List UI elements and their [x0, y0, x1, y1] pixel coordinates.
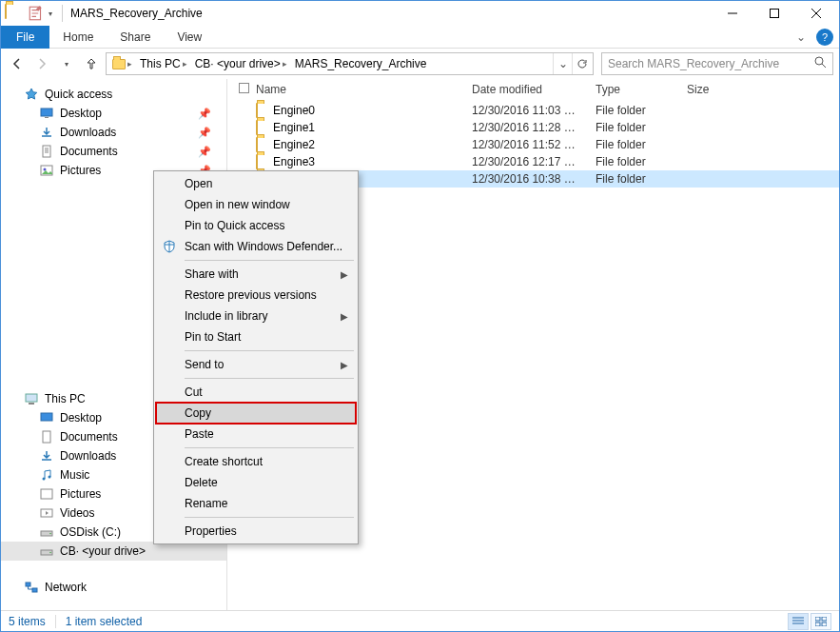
column-checkbox[interactable]	[239, 83, 256, 96]
context-menu-pin-to-start[interactable]: Pin to Start	[156, 326, 356, 347]
svg-point-13	[49, 476, 51, 479]
sidebar-item-downloads[interactable]: Downloads📌	[1, 123, 226, 142]
title-bar: ▾ MARS_Recovery_Archive	[1, 1, 839, 26]
search-icon[interactable]	[814, 56, 827, 71]
tab-share[interactable]: Share	[107, 26, 164, 49]
forward-button[interactable]	[31, 53, 52, 74]
context-menu-pin-to-quick-access[interactable]: Pin to Quick access	[156, 215, 356, 236]
pin-icon: 📌	[198, 127, 211, 139]
sidebar-pc-yourdrive[interactable]: CB· <your drive>	[1, 542, 226, 561]
column-type[interactable]: Type	[596, 83, 687, 96]
svg-rect-20	[26, 583, 30, 586]
context-menu-open[interactable]: Open	[156, 173, 356, 194]
context-menu-label: Open	[185, 177, 212, 190]
address-bar[interactable]: ▸ This PC ▸ CB· <your drive> ▸ MARS_Reco…	[106, 52, 594, 75]
column-headers[interactable]: Name Date modified Type Size	[227, 79, 839, 100]
column-name[interactable]: Name	[256, 83, 472, 96]
ribbon-expand-icon[interactable]: ⌄	[791, 30, 811, 44]
context-menu-label: Create shortcut	[185, 455, 263, 468]
status-item-count: 5 items	[9, 615, 46, 628]
folder-icon	[256, 121, 273, 134]
svg-rect-8	[26, 394, 37, 402]
svg-rect-24	[815, 617, 820, 621]
context-menu-label: Send to	[185, 358, 224, 371]
star-icon	[24, 87, 39, 102]
submenu-arrow-icon: ▶	[341, 311, 348, 322]
drive-icon	[39, 524, 54, 540]
documents-icon	[39, 144, 54, 159]
breadcrumb-root-icon[interactable]: ▸	[108, 59, 136, 69]
context-menu-label: Pin to Start	[185, 330, 241, 344]
context-menu-label: Scan with Windows Defender...	[185, 240, 342, 253]
back-button[interactable]	[7, 53, 28, 74]
file-row[interactable]: Engine112/30/2016 11:28 …File folder	[227, 119, 839, 136]
sidebar-item-desktop[interactable]: Desktop📌	[1, 104, 226, 123]
breadcrumb-item-1[interactable]: CB· <your drive> ▸	[191, 57, 291, 70]
breadcrumb-item-2[interactable]: MARS_Recovery_Archive	[291, 57, 431, 70]
file-row[interactable]: Engine312/30/2016 12:17 …File folder	[227, 153, 839, 170]
folder-icon	[5, 5, 22, 22]
context-menu-separator	[185, 260, 354, 261]
context-menu-label: Include in library	[185, 309, 267, 323]
context-menu-label: Pin to Quick access	[185, 219, 284, 232]
videos-icon	[39, 505, 54, 521]
tab-home[interactable]: Home	[49, 26, 107, 49]
refresh-icon[interactable]	[572, 53, 591, 74]
ribbon-tabs: File Home Share View ⌄ ?	[1, 26, 839, 49]
large-icons-view-button[interactable]	[811, 613, 831, 630]
properties-qat-icon[interactable]	[28, 5, 45, 22]
address-dropdown-icon[interactable]: ⌄	[553, 53, 572, 74]
svg-rect-3	[41, 109, 52, 116]
context-menu-restore-previous-versions[interactable]: Restore previous versions	[156, 285, 356, 306]
svg-point-12	[43, 478, 46, 481]
context-menu-send-to[interactable]: Send to▶	[156, 354, 356, 375]
breadcrumb-item-0[interactable]: This PC ▸	[136, 57, 191, 70]
file-name: Engine0	[273, 104, 472, 117]
column-size[interactable]: Size	[687, 83, 839, 96]
help-icon[interactable]: ?	[816, 29, 833, 46]
context-menu-scan-with-windows-defender[interactable]: Scan with Windows Defender...	[156, 236, 356, 257]
context-menu-create-shortcut[interactable]: Create shortcut	[156, 451, 356, 472]
up-button[interactable]	[81, 53, 102, 74]
tab-file[interactable]: File	[1, 26, 49, 49]
desktop-icon	[39, 106, 54, 121]
context-menu-rename[interactable]: Rename	[156, 493, 356, 514]
sidebar-quick-access[interactable]: Quick access	[1, 85, 226, 104]
column-date[interactable]: Date modified	[472, 83, 596, 96]
context-menu-properties[interactable]: Properties	[156, 521, 356, 542]
context-menu-separator	[185, 517, 354, 518]
context-menu-label: Paste	[185, 427, 214, 441]
context-menu-separator	[185, 350, 354, 351]
context-menu-open-in-new-window[interactable]: Open in new window	[156, 194, 356, 215]
context-menu-include-in-library[interactable]: Include in library▶	[156, 306, 356, 326]
sidebar-network[interactable]: Network	[1, 578, 226, 597]
context-menu-label: Restore previous versions	[185, 288, 317, 302]
maximize-button[interactable]	[753, 1, 795, 26]
svg-rect-26	[815, 622, 820, 626]
recent-dropdown-icon[interactable]: ▾	[56, 53, 77, 74]
qat-dropdown-icon[interactable]: ▾	[49, 10, 52, 18]
minimize-button[interactable]	[712, 1, 753, 26]
file-name: Engine3	[273, 155, 472, 168]
details-view-button[interactable]	[788, 613, 809, 630]
tab-view[interactable]: View	[164, 26, 215, 49]
downloads-icon	[39, 448, 54, 464]
context-menu-delete[interactable]: Delete	[156, 472, 356, 493]
submenu-arrow-icon: ▶	[341, 269, 348, 280]
file-row[interactable]: Engine212/30/2016 11:52 …File folder	[227, 136, 839, 153]
context-menu-label: Open in new window	[185, 198, 290, 211]
file-name: Engine1	[273, 121, 472, 134]
window-title: MARS_Recovery_Archive	[70, 7, 203, 20]
search-input[interactable]: Search MARS_Recovery_Archive	[601, 52, 833, 75]
desktop-icon	[39, 410, 54, 425]
file-row[interactable]: Engine012/30/2016 11:03 …File folder	[227, 102, 839, 119]
drive-icon	[39, 543, 54, 559]
svg-rect-27	[822, 622, 827, 626]
context-menu-paste[interactable]: Paste	[156, 424, 356, 444]
sidebar-item-documents[interactable]: Documents📌	[1, 142, 226, 161]
navigation-bar: ▾ ▸ This PC ▸ CB· <your drive> ▸ MARS_Re…	[1, 49, 839, 79]
context-menu-cut[interactable]: Cut	[156, 382, 356, 403]
context-menu-share-with[interactable]: Share with▶	[156, 264, 356, 285]
close-button[interactable]	[795, 1, 837, 26]
context-menu-copy[interactable]: Copy	[156, 403, 356, 424]
